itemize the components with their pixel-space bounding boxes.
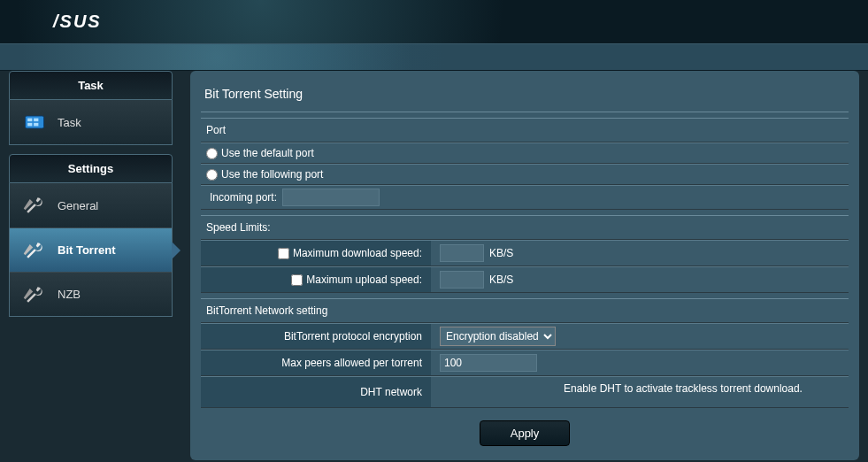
top-header: /SUS [0,0,868,44]
row-dht: DHT network Enable DHT to activate track… [201,376,849,408]
sidebar-group-task-header: Task [9,71,173,100]
sidebar: Task Task Settings General Bit Tor [9,71,173,460]
section-speed-header: Speed Limits: [201,215,849,240]
task-icon [20,108,49,136]
content-panel: Bit Torrent Setting Port Use the default… [190,71,859,460]
row-encryption: BitTorrent protocol encryption Encryptio… [201,323,849,350]
svg-rect-4 [34,123,38,127]
radio-following-port[interactable] [206,169,218,181]
svg-rect-3 [27,123,32,127]
max-upload-input[interactable] [440,271,484,289]
sidebar-item-general[interactable]: General [10,183,172,227]
page-title: Bit Torrent Setting [201,80,849,112]
sidebar-item-nzb[interactable]: NZB [10,272,172,316]
sidebar-item-label: General [58,199,98,212]
max-download-label: Maximum download speed: [293,247,422,259]
brand-logo: /SUS [53,12,102,32]
max-upload-label: Maximum upload speed: [306,273,422,286]
apply-button[interactable]: Apply [480,420,571,446]
max-peers-label: Max peers allowed per torrent [281,357,422,369]
speed-unit: KB/S [489,247,513,259]
max-download-input[interactable] [440,244,484,262]
svg-rect-0 [26,116,44,128]
radio-default-port[interactable] [206,148,218,159]
sidebar-item-label: Task [58,116,81,129]
checkbox-max-upload[interactable] [291,274,303,286]
row-following-port: Use the following port [201,164,849,185]
decor-band [0,44,868,71]
radio-default-port-label: Use the default port [221,147,314,159]
wrench-icon [20,281,49,309]
row-max-peers: Max peers allowed per torrent [201,350,849,376]
row-max-upload: Maximum upload speed: KB/S [201,266,849,293]
speed-unit: KB/S [489,273,513,286]
sidebar-item-task[interactable]: Task [10,100,172,144]
max-peers-input[interactable] [440,354,537,372]
wrench-icon [20,191,49,219]
sidebar-item-label: NZB [58,288,81,301]
section-port-header: Port [201,118,849,142]
encryption-label: BitTorrent protocol encryption [284,330,422,343]
incoming-port-input[interactable] [282,189,380,206]
sidebar-item-bittorrent[interactable]: Bit Torrent [10,227,172,272]
encryption-select[interactable]: Encryption disabled [440,327,556,346]
sidebar-group-settings-header: Settings [9,154,173,183]
radio-following-port-label: Use the following port [221,168,323,181]
incoming-port-label: Incoming port: [206,191,277,204]
svg-rect-1 [27,119,32,122]
row-default-port: Use the default port [201,142,849,164]
sidebar-item-label: Bit Torrent [58,243,115,257]
row-incoming-port: Incoming port: [201,185,849,210]
wrench-icon [20,236,49,265]
dht-label: DHT network [201,377,431,407]
section-network-header: BitTorrent Network setting [201,298,849,323]
row-max-download: Maximum download speed: KB/S [201,240,849,266]
dht-hint: Enable DHT to activate trackless torrent… [431,377,849,407]
svg-rect-2 [34,119,38,122]
checkbox-max-download[interactable] [278,248,289,259]
